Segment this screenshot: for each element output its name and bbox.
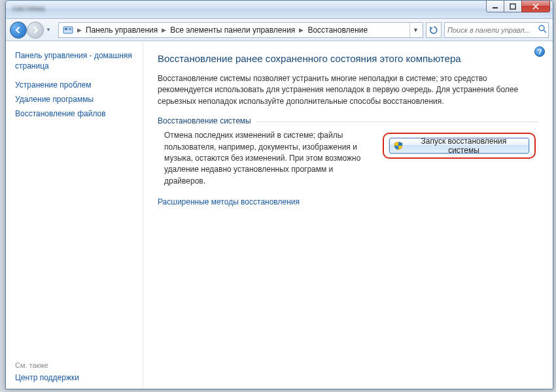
page-title: Восстановление ранее сохраненного состоя… [158,53,538,64]
svg-rect-1 [510,4,515,9]
svg-rect-0 [493,7,498,8]
nav-arrows: ▼ [10,22,53,39]
back-button[interactable] [10,22,27,39]
breadcrumb-dropdown[interactable]: ▼ [409,23,421,37]
sidebar: Панель управления - домашняя страница Ус… [6,41,143,389]
search-box[interactable] [444,22,549,38]
action-button-container: Запуск восстановления системы [380,130,538,187]
search-icon[interactable] [538,25,547,35]
svg-line-6 [544,30,546,33]
maximize-button[interactable] [504,0,522,12]
control-panel-home-link[interactable]: Панель управления - домашняя страница [15,50,133,71]
see-also-label: См. также [15,361,133,369]
close-button[interactable] [521,0,550,12]
search-input[interactable] [447,26,538,34]
chevron-right-icon[interactable]: ▶ [76,27,83,33]
refresh-button[interactable] [426,22,442,38]
action-button-label: Запуск восстановления системы [407,137,521,155]
sidebar-links: Устранение проблем Удаление программы Во… [15,80,133,118]
main-content: ? Восстановление ранее сохраненного сост… [143,41,553,389]
sidebar-link-file-recovery[interactable]: Восстановление файлов [15,109,133,118]
breadcrumb[interactable]: ▶ Панель управления ▶ Все элементы панел… [58,22,423,38]
window-title: система [12,3,44,13]
advanced-recovery-link[interactable]: Расширенные методы восстановления [158,197,538,206]
open-system-restore-button[interactable]: Запуск восстановления системы [389,138,529,154]
navigation-bar: ▼ ▶ Панель управления ▶ Все элементы пан… [6,19,553,41]
nav-history-dropdown[interactable]: ▼ [44,24,53,37]
page-description: Восстановление системы позволяет устрани… [158,73,537,107]
chevron-right-icon[interactable]: ▶ [298,27,305,33]
sidebar-link-uninstall[interactable]: Удаление программы [15,95,133,104]
body-area: Панель управления - домашняя страница Ус… [6,41,553,389]
help-icon[interactable]: ? [534,46,545,57]
window-controls [487,0,550,12]
system-restore-group: Восстановление системы Отмена последних … [158,122,538,187]
group-label: Восстановление системы [158,116,256,125]
svg-point-5 [539,25,544,31]
breadcrumb-item-1[interactable]: Все элементы панели управления [167,25,298,35]
minimize-button[interactable] [486,0,504,12]
svg-rect-3 [65,28,67,30]
see-also-action-center[interactable]: Центр поддержки [15,373,133,382]
forward-button[interactable] [27,22,44,39]
breadcrumb-item-0[interactable]: Панель управления [83,25,160,35]
group-description: Отмена последних изменений в системе; фа… [158,130,367,187]
control-panel-icon [63,25,73,35]
svg-rect-4 [69,28,71,30]
breadcrumb-item-2[interactable]: Восстановление [305,25,370,35]
sidebar-link-troubleshoot[interactable]: Устранение проблем [15,80,133,90]
control-panel-window: система ▼ ▶ [5,0,553,389]
titlebar[interactable]: система [6,1,553,19]
uac-shield-icon [394,141,403,150]
annotation-highlight: Запуск восстановления системы [383,133,536,159]
chevron-right-icon[interactable]: ▶ [160,27,167,33]
